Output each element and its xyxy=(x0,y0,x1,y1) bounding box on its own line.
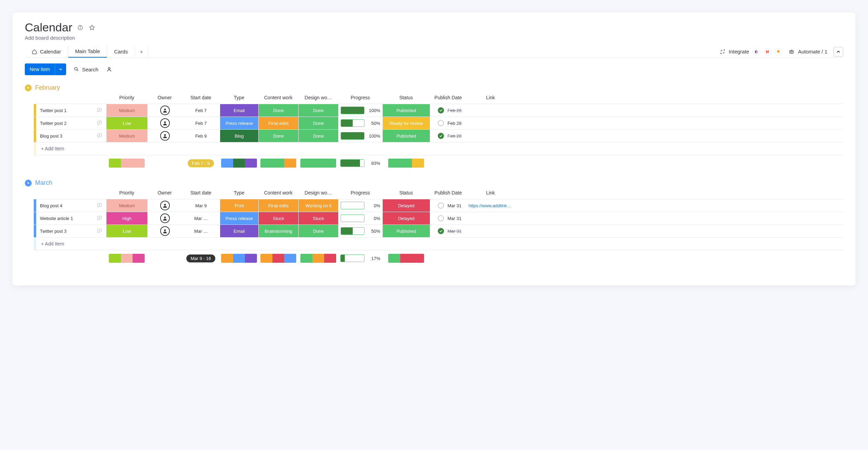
table-row[interactable]: Twitter post 3 Low Mar … Email Brainstor… xyxy=(34,224,843,237)
add-item-row[interactable]: + Add Item xyxy=(34,237,843,250)
tab-main-table[interactable]: Main Table xyxy=(68,46,107,58)
priority-cell[interactable]: Low xyxy=(106,225,147,237)
design-work-cell[interactable]: Done xyxy=(298,117,338,129)
start-date-cell[interactable]: Feb 7 xyxy=(182,104,220,117)
item-name-cell[interactable]: Twitter post 1 xyxy=(36,104,106,117)
start-date-cell[interactable]: Mar … xyxy=(182,225,220,237)
start-date-cell[interactable]: Feb 7 xyxy=(182,117,220,129)
publish-date-cell[interactable]: Mar 31 xyxy=(430,225,466,237)
col-progress[interactable]: Progress xyxy=(338,95,382,100)
owner-cell[interactable] xyxy=(147,117,182,129)
item-name-cell[interactable]: Website article 1 xyxy=(36,212,106,224)
owner-cell[interactable] xyxy=(147,199,182,212)
integration-icon-gmail[interactable]: M xyxy=(764,48,771,56)
col-start-date[interactable]: Start date xyxy=(182,95,220,100)
col-design-work[interactable]: Design wo… xyxy=(298,95,338,100)
design-work-cell[interactable]: Done xyxy=(298,225,338,237)
add-view-button[interactable]: + xyxy=(135,46,148,57)
priority-cell[interactable]: Medium xyxy=(106,104,147,117)
col-publish-date[interactable]: Publish Date xyxy=(430,190,466,196)
priority-cell[interactable]: High xyxy=(106,212,147,224)
col-design-work[interactable]: Design wo… xyxy=(298,190,338,196)
status-cell[interactable]: Delayed xyxy=(382,212,430,224)
status-cell[interactable]: Ready for review xyxy=(382,117,430,129)
type-cell[interactable]: Email xyxy=(220,104,258,117)
table-row[interactable]: Blog post 4 Medium Mar 9 Print Final edi… xyxy=(34,199,843,212)
design-work-cell[interactable]: Working on it xyxy=(298,199,338,212)
publish-date-cell[interactable]: Mar 31 xyxy=(430,212,466,224)
type-cell[interactable]: Email xyxy=(220,225,258,237)
owner-cell[interactable] xyxy=(147,104,182,117)
integrate-button[interactable]: Integrate ◐ M ✱ xyxy=(720,48,782,56)
col-progress[interactable]: Progress xyxy=(338,190,382,196)
publish-date-cell[interactable]: Mar 31 xyxy=(430,199,466,212)
chat-icon[interactable] xyxy=(96,107,103,114)
owner-cell[interactable] xyxy=(147,212,182,224)
design-work-cell[interactable]: Done xyxy=(298,130,338,142)
owner-cell[interactable] xyxy=(147,225,182,237)
type-cell[interactable]: Blog xyxy=(220,130,258,142)
new-item-button[interactable]: New Item xyxy=(25,63,66,75)
col-owner[interactable]: Owner xyxy=(147,95,182,100)
chat-icon[interactable] xyxy=(96,228,103,235)
col-priority[interactable]: Priority xyxy=(106,95,147,100)
content-work-cell[interactable]: Stuck xyxy=(258,212,298,224)
col-link[interactable]: Link xyxy=(466,95,515,100)
info-icon[interactable] xyxy=(76,24,84,31)
col-content-work[interactable]: Content work xyxy=(258,95,298,100)
content-work-cell[interactable]: Done xyxy=(258,130,298,142)
publish-date-cell[interactable]: Feb 28 xyxy=(430,104,466,117)
col-priority[interactable]: Priority xyxy=(106,190,147,196)
owner-cell[interactable] xyxy=(147,130,182,142)
tab-calendar[interactable]: Calendar xyxy=(25,46,68,57)
content-work-cell[interactable]: Final edits xyxy=(258,117,298,129)
col-start-date[interactable]: Start date xyxy=(182,190,220,196)
type-cell[interactable]: Press release xyxy=(220,212,258,224)
progress-cell[interactable]: 0% xyxy=(338,199,382,212)
content-work-cell[interactable]: Done xyxy=(258,104,298,117)
status-cell[interactable]: Published xyxy=(382,225,430,237)
priority-cell[interactable]: Low xyxy=(106,117,147,129)
content-work-cell[interactable]: Final edits xyxy=(258,199,298,212)
progress-cell[interactable]: 0% xyxy=(338,212,382,224)
content-work-cell[interactable]: Brainstorming xyxy=(258,225,298,237)
add-item-row[interactable]: + Add Item xyxy=(34,142,843,155)
group-collapse-icon[interactable] xyxy=(25,180,32,187)
search-button[interactable]: Search xyxy=(74,67,99,72)
star-icon[interactable] xyxy=(88,24,96,31)
item-name-cell[interactable]: Twitter post 3 xyxy=(36,225,106,237)
item-name-cell[interactable]: Blog post 3 xyxy=(36,130,106,142)
chat-icon[interactable] xyxy=(96,215,103,222)
status-cell[interactable]: Published xyxy=(382,104,430,117)
person-filter-button[interactable] xyxy=(106,66,112,72)
group-title[interactable]: February xyxy=(35,84,60,91)
col-publish-date[interactable]: Publish Date xyxy=(430,95,466,100)
start-date-cell[interactable]: Mar … xyxy=(182,212,220,224)
group-collapse-icon[interactable] xyxy=(25,84,32,91)
integration-icon-hubspot[interactable]: ✱ xyxy=(775,48,782,56)
progress-cell[interactable]: 50% xyxy=(338,225,382,237)
group-title[interactable]: March xyxy=(35,179,52,187)
link-cell[interactable]: https://www.addlink… xyxy=(466,199,515,212)
priority-cell[interactable]: Medium xyxy=(106,199,147,212)
type-cell[interactable]: Print xyxy=(220,199,258,212)
design-work-cell[interactable]: Done xyxy=(298,104,338,117)
item-name-cell[interactable]: Blog post 4 xyxy=(36,199,106,212)
col-status[interactable]: Status xyxy=(382,190,430,196)
col-content-work[interactable]: Content work xyxy=(258,190,298,196)
item-name-cell[interactable]: Twitter post 2 xyxy=(36,117,106,129)
chat-icon[interactable] xyxy=(96,202,103,209)
tab-cards[interactable]: Cards xyxy=(107,46,135,57)
status-cell[interactable]: Published xyxy=(382,130,430,142)
publish-date-cell[interactable]: Feb 28 xyxy=(430,130,466,142)
col-status[interactable]: Status xyxy=(382,95,430,100)
publish-date-cell[interactable]: Feb 28 xyxy=(430,117,466,129)
chat-icon[interactable] xyxy=(96,132,103,140)
col-link[interactable]: Link xyxy=(466,190,515,196)
automate-button[interactable]: Automate / 1 xyxy=(788,49,827,55)
start-date-cell[interactable]: Feb 9 xyxy=(182,130,220,142)
chat-icon[interactable] xyxy=(96,120,103,127)
priority-cell[interactable]: Medium xyxy=(106,130,147,142)
col-type[interactable]: Type xyxy=(220,190,258,196)
table-row[interactable]: Website article 1 High Mar … Press relea… xyxy=(34,212,843,224)
